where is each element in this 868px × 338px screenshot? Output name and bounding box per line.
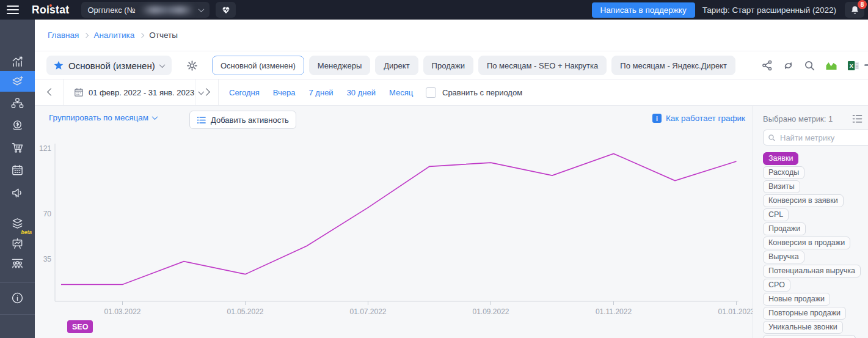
metric-chip[interactable]: Визиты [763,180,800,193]
notifications-count-badge: 8 [858,0,867,9]
report-tab[interactable]: Директ [375,56,418,75]
date-range-picker[interactable]: 01 февр. 2022 - 31 янв. 2023 [74,79,203,105]
report-tab[interactable]: Основной (изменен) [212,56,304,75]
sidebar-item-promotion[interactable] [0,182,35,203]
project-number-redacted [140,6,195,14]
svg-text:01.03.2022: 01.03.2022 [104,307,140,316]
report-bar: Основной (изменен) Основной (изменен)Мен… [35,51,868,79]
add-activity-button[interactable]: Добавить активность [189,111,296,129]
breadcrumb-analytics[interactable]: Аналитика [93,31,134,40]
metric-chip[interactable]: Конверсия в продажи [763,237,850,249]
excel-export-icon[interactable]: X [847,60,859,72]
metric-chip[interactable]: Выручка [763,251,804,263]
metric-chip[interactable]: Новые продажи [763,293,830,306]
sidebar-item-orders[interactable] [0,137,35,158]
search-icon[interactable] [804,60,815,72]
quick-range-link[interactable]: Сегодня [229,88,260,97]
search-icon [768,134,776,142]
metrics-panel: Выбрано метрик: 1 ЗаявкиРасходыВизитыКон… [753,106,868,338]
svg-text:X: X [850,63,853,69]
svg-text:121: 121 [39,144,51,153]
sidebar-nav: beta [0,20,35,338]
breadcrumb-home[interactable]: Главная [48,31,79,40]
sidebar-item-calendar[interactable] [0,160,35,180]
people-icon [11,257,24,270]
quick-range-link[interactable]: 7 дней [309,88,334,97]
metric-chip[interactable]: Уникальные звонки [763,321,843,334]
metric-chip[interactable]: Потенциальная выручка [763,265,861,277]
more-icon[interactable] [864,64,868,66]
topbar-right-group: Написать в поддержку Тариф: Старт расшир… [592,2,864,18]
line-chart[interactable]: 357012101.03.202201.05.202201.07.202201.… [35,106,753,338]
calendar-icon [74,87,84,97]
share-icon[interactable] [762,60,773,71]
quick-range-links: СегодняВчера7 дней30 днейМесяц [229,79,413,105]
legend-seo-badge[interactable]: SEO [67,320,93,333]
compare-label: Сравнить с периодом [442,88,522,97]
next-period-button[interactable] [202,88,210,96]
group-by-dropdown[interactable]: Группировать по месяцам [49,113,157,122]
metric-chip[interactable]: Повторные продажи [763,307,846,320]
logo-dot [49,4,52,7]
notifications-button[interactable]: 8 [845,2,864,18]
sidebar-item-audience[interactable] [0,253,35,274]
gear-icon[interactable] [186,60,198,72]
report-actions: X [762,51,859,79]
analytics-icon [11,56,24,68]
metric-chip[interactable]: Расходы [763,166,804,179]
roistat-analytics-page: { "topbar": { "logo": "Roistat", "projec… [0,0,868,338]
how-chart-works-link[interactable]: Как работает график [652,114,745,123]
top-bar: Roistat Оргплекс (№ Написать в поддержку… [0,0,868,20]
metric-chip[interactable]: Заявки [763,152,798,165]
chart-view-icon[interactable] [825,60,837,71]
metrics-list-icon[interactable] [852,114,863,123]
sidebar-item-info[interactable] [0,287,35,308]
quick-range-link[interactable]: Вчера [273,88,296,97]
beta-label: beta [21,229,32,235]
sidebar-item-finance[interactable] [0,115,35,136]
metric-chips: ЗаявкиРасходыВизитыКонверсия в заявкиCPL… [763,152,868,334]
report-tab[interactable]: Продажи [423,56,473,75]
project-health-button[interactable] [216,2,236,18]
metric-chip[interactable]: Конверсия в заявки [763,194,844,207]
compare-with-period: Сравнить с периодом [426,79,522,105]
sidebar-divider [0,314,35,315]
quick-range-link[interactable]: 30 дней [347,88,376,97]
support-button[interactable]: Написать в поддержку [592,2,695,18]
report-tab[interactable]: Менеджеры [309,56,370,75]
sidebar-item-structure[interactable] [0,93,35,114]
sidebar-item-beta-tools[interactable]: beta [0,232,35,253]
metric-search [763,130,868,145]
project-name: Оргплекс (№ [87,6,135,15]
date-bar: 01 февр. 2022 - 31 янв. 2023 СегодняВчер… [35,79,868,106]
quick-range-link[interactable]: Месяц [389,88,413,97]
metric-chip-partial[interactable] [763,335,856,338]
metric-chip[interactable]: CPL [763,208,789,221]
how-chart-works-label: Как работает график [666,114,745,123]
svg-text:01.05.2022: 01.05.2022 [227,307,263,316]
layers-stack-icon [11,217,24,230]
metric-chip[interactable]: CPO [763,279,790,292]
sidebar-item-reports[interactable] [0,71,35,92]
svg-text:35: 35 [43,255,52,263]
svg-text:70: 70 [43,210,52,218]
project-selector[interactable]: Оргплекс (№ [81,2,210,18]
refresh-icon[interactable] [782,60,794,72]
hamburger-menu-icon[interactable] [7,6,19,14]
prev-period-button[interactable] [47,88,55,96]
metric-search-input[interactable] [763,130,868,145]
report-tabs: Основной (изменен)МенеджерыДиректПродажи… [212,56,735,75]
report-tab[interactable]: По месяцам - Яндекс.Директ [611,56,735,75]
sidebar-item-analytics[interactable] [0,51,35,72]
chevron-down-icon [199,6,205,12]
compare-checkbox[interactable] [426,87,436,98]
hierarchy-icon [11,97,24,110]
divider [195,79,195,105]
report-selector[interactable]: Основной (изменен) [46,56,172,75]
report-tab[interactable]: По месяцам - SEO + Накрутка [478,56,607,75]
svg-text:01.09.2022: 01.09.2022 [472,307,509,316]
metrics-panel-header: Выбрано метрик: 1 [763,114,868,123]
metric-chip[interactable]: Продажи [763,222,806,235]
megaphone-icon [11,186,24,199]
roistat-logo[interactable]: Roistat [32,4,69,17]
